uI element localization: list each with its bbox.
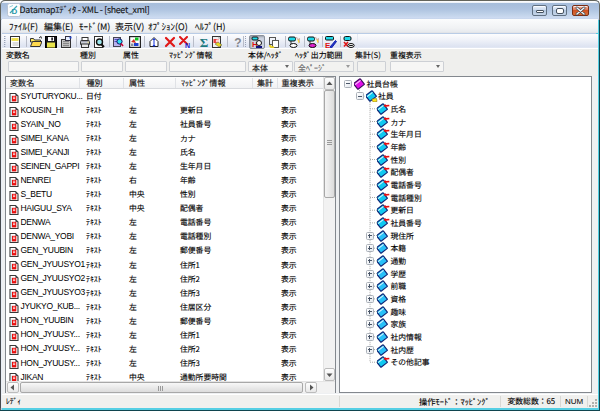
svg-text:?: ? bbox=[234, 36, 241, 48]
svg-text:D: D bbox=[11, 7, 17, 16]
svg-text:Σ: Σ bbox=[199, 36, 208, 48]
svg-text:N: N bbox=[185, 42, 190, 48]
